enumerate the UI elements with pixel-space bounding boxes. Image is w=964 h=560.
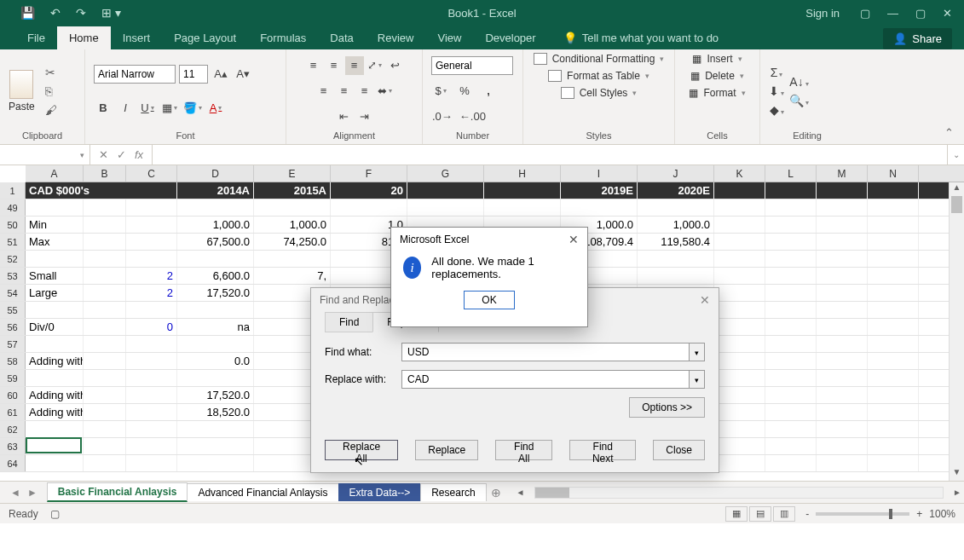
cell[interactable]	[817, 404, 868, 420]
tab-data[interactable]: Data	[318, 26, 365, 49]
borders-icon[interactable]: ▦	[160, 99, 179, 118]
cell[interactable]: 6,600.0	[177, 268, 254, 284]
increase-indent-icon[interactable]: ⇥	[355, 107, 374, 126]
undo-icon[interactable]: ↶	[50, 6, 61, 20]
orientation-icon[interactable]: ⤢	[366, 56, 384, 75]
cell[interactable]	[714, 438, 765, 454]
copy-icon[interactable]: ⎘	[45, 84, 57, 98]
scroll-down-icon[interactable]: ▼	[950, 467, 964, 481]
cell[interactable]	[817, 319, 868, 335]
font-name-input[interactable]	[94, 65, 176, 84]
find-all-button[interactable]: Find All	[495, 440, 552, 460]
scroll-thumb[interactable]	[951, 196, 962, 213]
cell[interactable]	[126, 455, 177, 471]
cell[interactable]	[126, 387, 177, 403]
fill-icon[interactable]: ⬇	[769, 84, 784, 98]
cell[interactable]	[26, 421, 84, 437]
cell[interactable]: 119,580.4	[638, 234, 714, 250]
horizontal-scrollbar[interactable]	[534, 487, 944, 499]
column-header[interactable]: N	[868, 165, 919, 182]
cell[interactable]	[714, 251, 765, 267]
fx-icon[interactable]: fx	[135, 148, 143, 161]
sheet-tab-basic[interactable]: Basic Financial Anlaysis	[47, 482, 188, 502]
cell[interactable]: na	[177, 319, 254, 335]
scroll-up-icon[interactable]: ▲	[950, 182, 964, 196]
find-next-button[interactable]: Find Next	[569, 440, 636, 460]
sheet-tab-extra[interactable]: Extra Data-->	[338, 483, 422, 501]
ok-button[interactable]: OK	[464, 291, 515, 309]
cell[interactable]	[714, 285, 765, 301]
align-middle-icon[interactable]: ≡	[325, 56, 343, 75]
increase-decimal-icon[interactable]: .0→	[431, 107, 453, 126]
find-select-icon[interactable]: 🔍	[789, 94, 809, 107]
cell[interactable]	[84, 370, 126, 386]
cell[interactable]	[84, 438, 126, 454]
row-header[interactable]: 52	[0, 251, 26, 267]
column-header[interactable]: B	[84, 165, 126, 182]
cell[interactable]	[126, 234, 177, 250]
view-page-break-icon[interactable]: ▥	[773, 506, 795, 522]
tab-page-layout[interactable]: Page Layout	[162, 26, 248, 49]
column-header[interactable]: D	[177, 165, 254, 182]
row-header[interactable]: 64	[0, 455, 26, 471]
cell[interactable]	[714, 199, 765, 216]
cell[interactable]	[868, 268, 919, 284]
cell[interactable]: Min	[26, 216, 84, 233]
cell[interactable]: 2019E	[561, 182, 638, 199]
cell[interactable]: 18,520.0	[177, 404, 254, 420]
column-header[interactable]: I	[561, 165, 638, 182]
name-box[interactable]: ▾	[0, 145, 90, 165]
zoom-in-icon[interactable]: +	[916, 508, 922, 520]
find-what-input[interactable]	[401, 343, 690, 361]
cell[interactable]	[84, 319, 126, 335]
cell[interactable]	[765, 216, 817, 233]
tab-view[interactable]: View	[425, 26, 473, 49]
cell[interactable]	[765, 387, 817, 403]
align-center-icon[interactable]: ≡	[335, 82, 354, 101]
cell[interactable]	[765, 404, 817, 420]
cell[interactable]	[126, 302, 177, 318]
underline-button[interactable]: U	[138, 99, 157, 118]
row-header[interactable]: 62	[0, 421, 26, 437]
cell[interactable]	[868, 404, 919, 420]
cell[interactable]	[126, 404, 177, 420]
cell[interactable]	[868, 182, 919, 199]
hscroll-left-icon[interactable]: ◄	[514, 488, 528, 497]
cell[interactable]	[817, 182, 868, 199]
font-size-input[interactable]	[179, 65, 208, 84]
cell[interactable]	[714, 336, 765, 352]
column-header[interactable]: F	[331, 165, 407, 182]
cell[interactable]	[868, 421, 919, 437]
cell[interactable]	[714, 216, 765, 233]
cell[interactable]	[817, 216, 868, 233]
decrease-font-icon[interactable]: A▾	[234, 65, 252, 84]
cell[interactable]	[254, 251, 331, 267]
cell[interactable]	[126, 421, 177, 437]
cell[interactable]	[817, 438, 868, 454]
cell[interactable]: 17,520.0	[177, 387, 254, 403]
cell[interactable]	[84, 251, 126, 267]
cell[interactable]	[84, 268, 126, 284]
cell[interactable]	[817, 199, 868, 216]
replace-button[interactable]: Replace	[415, 440, 478, 460]
cell[interactable]	[26, 370, 84, 386]
formula-input[interactable]	[153, 149, 947, 161]
cell[interactable]	[868, 370, 919, 386]
zoom-slider[interactable]	[816, 512, 909, 516]
row-header[interactable]: 51	[0, 234, 26, 250]
cell[interactable]: Small	[26, 268, 84, 284]
cell[interactable]	[714, 353, 765, 369]
cell[interactable]: Adding with an error	[26, 353, 84, 369]
cell[interactable]	[638, 199, 714, 216]
cell[interactable]	[868, 216, 919, 233]
cell[interactable]	[868, 319, 919, 335]
cell[interactable]	[714, 455, 765, 471]
cell[interactable]	[484, 199, 561, 216]
cell[interactable]: 1,000.0	[254, 216, 331, 233]
insert-cells-button[interactable]: ▦Insert▾	[692, 53, 742, 65]
font-color-icon[interactable]: A	[206, 99, 225, 118]
cell[interactable]: Adding with an error	[26, 404, 84, 420]
cell[interactable]	[817, 421, 868, 437]
cell[interactable]	[177, 302, 254, 318]
row-header[interactable]: 56	[0, 319, 26, 335]
